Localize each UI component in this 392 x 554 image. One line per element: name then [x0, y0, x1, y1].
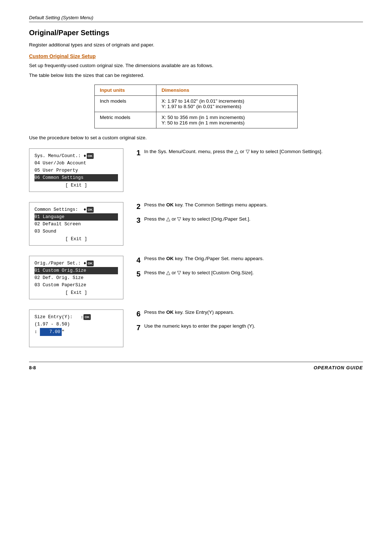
unit-metric: Metric models: [95, 112, 156, 128]
intro-text: Register additional types and sizes of o…: [29, 42, 363, 48]
step-text-2: 2 Press the OK key. The Common Settings …: [136, 202, 363, 225]
screen3-line1: Orig./Paper Set.: ♦OK: [34, 260, 118, 267]
ok-badge: OK: [87, 260, 94, 266]
dimensions-table-container: Input units Dimensions Inch models X: 1.…: [94, 85, 298, 128]
dims-inch: X: 1.97 to 14.02" (in 0.01" increments)Y…: [156, 96, 298, 112]
step-text-6: 6 Press the OK key. Size Entry(Y) appear…: [136, 309, 363, 332]
screen4-line1: Size Entry(Y): ↕OK: [34, 313, 118, 321]
step-content-4: Press the OK key. The Orig./Paper Set. m…: [144, 256, 363, 261]
step-content-5: 5 Press the △ or ▽ key to select [Custom…: [136, 270, 363, 278]
screen3-line2-highlighted: 01 Custom Orig.Size: [34, 267, 118, 274]
screen2-exit: [ Exit ]: [34, 237, 118, 242]
ok-badge: OK: [83, 314, 91, 320]
screen1-line3: 05 User Property: [34, 167, 118, 174]
screen-panel-1: Sys. Menu/Count.: ♦OK 04 User/Job Accoun…: [29, 148, 123, 192]
screen2-line1: Common Settings: ♦OK: [34, 206, 118, 213]
step-number-3: 3: [136, 216, 140, 225]
screen2-line2-highlighted: 01 Language: [34, 213, 118, 221]
col-header-dimensions: Dimensions: [156, 85, 298, 96]
screen1-line1: Sys. Menu/Count.: ♦OK: [34, 152, 118, 160]
step-text-1: 1 In the Sys. Menu/Count. menu, press th…: [136, 148, 363, 157]
step-content-7: 7 Use the numeric keys to enter the pape…: [136, 323, 363, 332]
header-section: Default Setting (System Menu): [29, 15, 363, 22]
step-content-3: 3 Press the △ or ▽ key to select [Orig./…: [136, 216, 363, 225]
screen-panel-4: Size Entry(Y): ↕OK (1.97 - 8.50) ↕ 7.00": [29, 309, 123, 347]
screen4-line3: ↕ 7.00": [34, 328, 118, 336]
ok-badge: OK: [87, 207, 94, 213]
page-title: Original/Paper Settings: [29, 29, 363, 37]
header-title: Default Setting (System Menu): [29, 15, 93, 20]
step-content-6: Press the OK key. Size Entry(Y) appears.: [144, 309, 363, 315]
step-number-6: 6: [136, 309, 140, 318]
table-row: Metric models X: 50 to 356 mm (in 1 mm i…: [95, 112, 298, 128]
step-number-7: 7: [136, 323, 140, 332]
screen-panel-3: Orig./Paper Set.: ♦OK 01 Custom Orig.Siz…: [29, 256, 123, 299]
screen1-line4-highlighted: 06 Common Settings: [34, 174, 118, 181]
screen4-line2: (1.97 - 8.50): [34, 321, 118, 328]
procedure-note: Use the procedure below to set a custom …: [29, 135, 363, 140]
ok-badge: OK: [87, 153, 94, 159]
step-row-1: Sys. Menu/Count.: ♦OK 04 User/Job Accoun…: [29, 148, 363, 192]
screen1-line2: 04 User/Job Account: [34, 160, 118, 167]
screen3-line3: 02 Def. Orig. Size: [34, 274, 118, 282]
col-header-input-units: Input units: [95, 85, 156, 96]
dims-metric: X: 50 to 356 mm (in 1 mm increments)Y: 5…: [156, 112, 298, 128]
step-text-4: 4 Press the OK key. The Orig./Paper Set.…: [136, 256, 363, 278]
size-entry-value: 7.00: [40, 328, 62, 336]
step-number-2: 2: [136, 202, 140, 211]
screen3-exit: [ Exit ]: [34, 290, 118, 295]
step-content-2: Press the OK key. The Common Settings me…: [144, 202, 363, 208]
table-row: Inch models X: 1.97 to 14.02" (in 0.01" …: [95, 96, 298, 112]
step-content-1: In the Sys. Menu/Count. menu, press the …: [144, 148, 363, 154]
footer-guide-title: OPERATION GUIDE: [314, 365, 363, 370]
step-number-4: 4: [136, 256, 140, 264]
step-number-1: 1: [136, 148, 140, 157]
step-number-5: 5: [136, 270, 140, 278]
subsection-title: Custom Original Size Setup: [29, 53, 363, 59]
unit-inch: Inch models: [95, 96, 156, 112]
step-row-6: Size Entry(Y): ↕OK (1.97 - 8.50) ↕ 7.00"…: [29, 309, 363, 347]
screen2-line3: 02 Default Screen: [34, 221, 118, 228]
description2: The table below lists the sizes that can…: [29, 73, 363, 78]
screen-panel-2: Common Settings: ♦OK 01 Language 02 Defa…: [29, 202, 123, 246]
footer-page-number: 8-8: [29, 365, 36, 370]
step-row-2: Common Settings: ♦OK 01 Language 02 Defa…: [29, 202, 363, 246]
steps-section: Sys. Menu/Count.: ♦OK 04 User/Job Accoun…: [29, 148, 363, 347]
step-row-4: Orig./Paper Set.: ♦OK 01 Custom Orig.Siz…: [29, 256, 363, 299]
screen3-line4: 03 Custom PaperSize: [34, 282, 118, 289]
dimensions-table: Input units Dimensions Inch models X: 1.…: [94, 85, 298, 128]
screen2-line4: 03 Sound: [34, 228, 118, 235]
screen1-exit: [ Exit ]: [34, 183, 118, 188]
footer: 8-8 OPERATION GUIDE: [29, 362, 363, 370]
description1: Set up frequently-used custom original s…: [29, 63, 363, 68]
